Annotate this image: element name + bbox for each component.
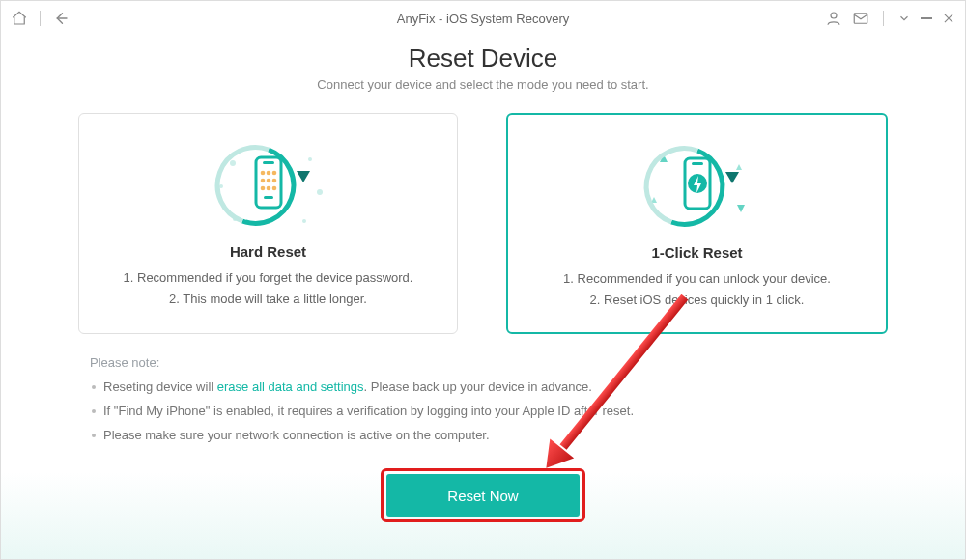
svg-rect-10: [263, 161, 274, 164]
svg-point-15: [266, 179, 270, 183]
svg-point-3: [219, 184, 223, 188]
card-title-hard: Hard Reset: [89, 243, 447, 260]
divider: [40, 11, 41, 26]
card-line: 1. Recommended if you forget the device …: [89, 267, 447, 289]
card-line: 1. Recommended if you can unlock your de…: [518, 268, 876, 290]
notes-section: Please note: Reseting device will erase …: [90, 355, 876, 447]
divider: [883, 11, 884, 26]
cta-wrap: Reset Now: [1, 468, 965, 522]
dash-icon[interactable]: [921, 17, 932, 19]
svg-rect-20: [264, 196, 273, 199]
svg-point-11: [260, 171, 265, 176]
note-item: Reseting device will erase all data and …: [90, 376, 876, 400]
hard-reset-icon: [89, 131, 447, 238]
back-icon[interactable]: [52, 10, 70, 27]
svg-point-13: [271, 171, 276, 176]
minimize-icon[interactable]: [897, 10, 911, 27]
reset-now-button[interactable]: Reset Now: [386, 474, 580, 517]
svg-rect-1: [854, 14, 867, 24]
svg-point-16: [271, 179, 276, 183]
window-title: AnyFix - iOS System Recovery: [1, 12, 965, 26]
svg-point-12: [266, 171, 270, 176]
svg-point-19: [271, 186, 276, 191]
note-text: Reseting device will: [103, 379, 217, 394]
page-subtitle: Connect your device and select the mode …: [1, 77, 965, 92]
svg-point-18: [266, 186, 270, 191]
note-item: If "Find My iPhone" is enabled, it requi…: [90, 400, 876, 424]
svg-point-4: [308, 157, 312, 161]
svg-point-2: [230, 160, 236, 166]
note-highlight: erase all data and settings: [217, 379, 364, 394]
oneclick-reset-icon: [518, 132, 876, 238]
svg-point-5: [317, 189, 323, 195]
card-line: 2. Reset iOS devices quickly in 1 click.: [518, 290, 876, 311]
card-line: 2. This mode will take a little longer.: [89, 289, 447, 310]
note-item: Please make sure your network connection…: [90, 424, 876, 448]
note-text: . Please back up your device in advance.: [364, 379, 592, 394]
notes-label: Please note:: [90, 355, 876, 370]
svg-marker-8: [297, 171, 310, 182]
svg-point-14: [260, 179, 265, 183]
card-title-1click: 1-Click Reset: [518, 244, 876, 261]
home-icon[interactable]: [11, 10, 28, 27]
svg-marker-21: [725, 172, 739, 183]
card-hard-reset[interactable]: Hard Reset 1. Recommended if you forget …: [78, 113, 458, 334]
mode-cards: Hard Reset 1. Recommended if you forget …: [78, 113, 888, 334]
svg-point-0: [831, 13, 837, 18]
user-icon[interactable]: [825, 10, 842, 27]
close-icon[interactable]: [942, 10, 955, 27]
annotation-highlight-box: Reset Now: [381, 468, 585, 522]
svg-point-17: [260, 186, 265, 191]
page-heading: Reset Device Connect your device and sel…: [1, 43, 965, 92]
card-1click-reset[interactable]: 1-Click Reset 1. Recommended if you can …: [506, 113, 888, 334]
titlebar: AnyFix - iOS System Recovery: [1, 1, 965, 36]
svg-point-7: [302, 219, 306, 223]
svg-rect-23: [692, 162, 703, 165]
page-title: Reset Device: [1, 43, 965, 73]
mail-icon[interactable]: [852, 10, 869, 27]
